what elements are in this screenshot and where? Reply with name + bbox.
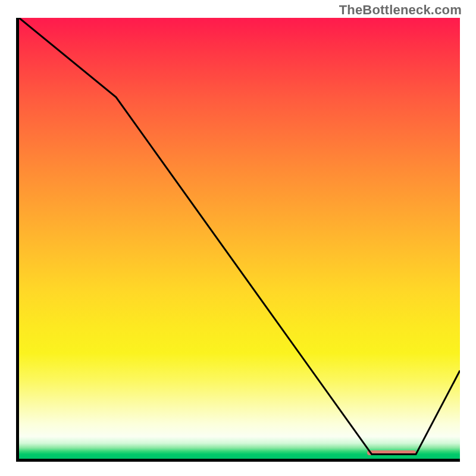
chart-plot-area <box>16 18 460 462</box>
chart-background-gradient <box>19 18 460 459</box>
attribution-text: TheBottleneck.com <box>339 2 462 18</box>
minimum-range-marker <box>367 450 416 455</box>
